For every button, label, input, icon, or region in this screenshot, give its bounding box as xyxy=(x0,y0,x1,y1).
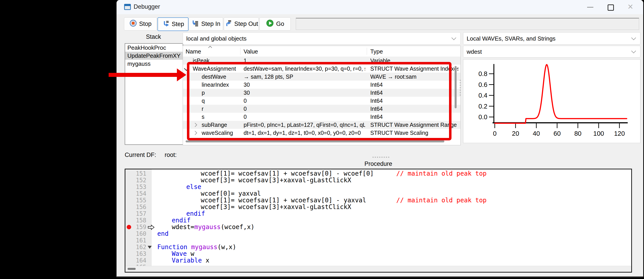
table-row-WaveAssignment[interactable]: WaveAssignmentdestWave=sam, linearIndex=… xyxy=(183,65,460,73)
code-plain: wcoef[3]= wcoefsav[3]+xaxval-gLastClickX xyxy=(201,177,351,184)
column-divider[interactable] xyxy=(367,48,367,55)
table-row-s[interactable]: s0Int64 xyxy=(183,113,460,121)
objects-table-header[interactable]: Name Value Type xyxy=(183,46,460,57)
cell-value: 1 xyxy=(244,57,365,64)
line-number[interactable]: 153 xyxy=(125,184,146,190)
table-horizontal-scrollbar[interactable] xyxy=(186,140,444,142)
line-number[interactable]: 161 xyxy=(125,237,146,244)
title-bar[interactable]: Debugger × xyxy=(117,0,643,14)
svg-text:0.0: 0.0 xyxy=(478,113,488,121)
minimize-button[interactable] xyxy=(580,0,600,14)
code-line-164[interactable]: 164Variable x xyxy=(125,257,631,264)
table-row-q[interactable]: q0Int64 xyxy=(183,97,460,105)
table-row-subRange[interactable]: subRangepFirst=0, pInc=1, pLast=127, qFi… xyxy=(183,121,460,129)
chevron-down-icon xyxy=(631,35,636,40)
step-button[interactable]: Step xyxy=(158,17,188,31)
maximize-button[interactable] xyxy=(600,0,620,14)
line-number[interactable]: 164 xyxy=(125,257,146,264)
cell-name: isPeak xyxy=(193,57,240,64)
step-in-label: Step In xyxy=(201,20,220,27)
wave-select-dropdown[interactable]: wdest xyxy=(463,46,640,57)
code-plain: wcoef[1]= wcoefsav[1] + wcoefsav[0] - ya… xyxy=(201,197,366,204)
line-number[interactable]: 160 xyxy=(125,231,146,237)
code-line-152[interactable]: 152wcoef[3]= wcoefsav[3]+xaxval-gLastCli… xyxy=(125,177,631,184)
line-number[interactable]: 151 xyxy=(125,170,146,177)
column-header-type[interactable]: Type xyxy=(370,48,383,55)
table-row-p[interactable]: p30Int64 xyxy=(183,89,460,97)
go-button[interactable]: Go xyxy=(260,17,291,30)
svg-text:60: 60 xyxy=(554,130,560,137)
waves-filter-dropdown[interactable]: Local WAVEs, SVARs, and Strings xyxy=(463,32,640,44)
expand-chevron-icon[interactable] xyxy=(193,131,197,135)
cell-name: q xyxy=(202,98,240,104)
code-scrollbar-thumb[interactable] xyxy=(128,268,136,270)
svg-text:0.2: 0.2 xyxy=(478,103,488,110)
column-divider[interactable] xyxy=(240,48,240,55)
expand-chevron-icon[interactable] xyxy=(193,123,197,127)
code-line-161[interactable]: 161 xyxy=(125,237,631,244)
stop-button[interactable]: Stop xyxy=(124,17,157,30)
table-row-isPeak[interactable]: isPeak1Variable xyxy=(183,57,460,65)
code-line-156[interactable]: 156wcoef[3]= wcoefsav[3]+xaxval-gLastCli… xyxy=(125,204,631,210)
code-keyword: else xyxy=(186,183,201,191)
table-vertical-scrollbar[interactable] xyxy=(454,66,456,108)
table-row-waveScaling[interactable]: waveScalingdt=1, dx=1, dy=1, dz=1, t0=0,… xyxy=(183,129,460,137)
close-button[interactable]: × xyxy=(620,0,640,14)
code-plain: (w,x) xyxy=(218,243,236,251)
line-number[interactable]: 155 xyxy=(125,197,146,204)
cell-type: Int64 xyxy=(370,98,458,104)
step-in-button[interactable]: Step In xyxy=(189,17,223,30)
cell-type: Int64 xyxy=(370,106,458,112)
code-line-157[interactable]: 157endif xyxy=(125,210,631,217)
stack-item-mygauss[interactable]: mygauss xyxy=(125,60,183,68)
step-out-button[interactable]: Step Out xyxy=(224,17,259,30)
code-line-151[interactable]: 151wcoef[1]= wcoefsav[1] + wcoefsav[0] -… xyxy=(125,170,631,177)
code-keyword: Wave xyxy=(172,250,187,257)
line-number[interactable]: 157 xyxy=(125,210,146,217)
stack-item-UpdatePeakFromXY[interactable]: UpdatePeakFromXY xyxy=(125,52,183,60)
table-row-destWave[interactable]: destWave→ sam, 128 pts, SPWAVE → root:sa… xyxy=(183,73,460,81)
line-number[interactable]: 158 xyxy=(125,217,146,224)
cell-type: STRUCT Wave Assignment Range xyxy=(370,122,458,128)
table-row-linearIndex[interactable]: linearIndex30Int64 xyxy=(183,81,460,89)
code-line-153[interactable]: 153else xyxy=(125,184,631,190)
stack-panel-title: Stack xyxy=(125,33,182,40)
code-plain: wdest= xyxy=(172,223,194,231)
collapse-chevron-icon[interactable] xyxy=(184,66,189,71)
line-number[interactable]: 162 xyxy=(125,244,146,251)
code-line-158[interactable]: 158endif xyxy=(125,217,631,224)
line-number[interactable]: 154 xyxy=(125,190,146,197)
code-line-154[interactable]: 154wcoef[0]= yaxval xyxy=(125,190,631,197)
code-lines[interactable]: 151wcoef[1]= wcoefsav[1] + wcoefsav[0] -… xyxy=(125,170,631,266)
code-text: else xyxy=(186,184,201,190)
sort-ascending-icon xyxy=(208,46,212,50)
line-number[interactable]: 163 xyxy=(125,251,146,257)
objects-filter-dropdown[interactable]: local and global objects xyxy=(183,32,461,44)
line-number[interactable]: 152 xyxy=(125,177,146,184)
window-icon xyxy=(124,3,131,11)
code-line-163[interactable]: 163Wave w xyxy=(125,251,631,257)
code-line-159[interactable]: 159wdest=mygauss(wcoef,x) xyxy=(125,224,631,231)
fold-triangle-icon[interactable] xyxy=(148,246,152,249)
table-row-r[interactable]: r0Int64 xyxy=(183,105,460,113)
status-field xyxy=(296,18,639,30)
code-line-155[interactable]: 155wcoef[1]= wcoefsav[1] + wcoefsav[0] -… xyxy=(125,197,631,204)
procedure-code-panel[interactable]: 151wcoef[1]= wcoefsav[1] + wcoefsav[0] -… xyxy=(125,169,632,273)
line-number[interactable]: 156 xyxy=(125,204,146,210)
column-header-value[interactable]: Value xyxy=(244,48,258,55)
minimize-icon xyxy=(587,7,593,7)
cell-type: WAVE → root:sam xyxy=(370,73,458,80)
horizontal-splitter-handle[interactable] xyxy=(372,157,389,158)
column-header-name[interactable]: Name xyxy=(186,48,201,55)
code-plain: wcoef[3]= wcoefsav[3]+xaxval-gLastClickX xyxy=(201,203,351,211)
cell-value: 30 xyxy=(244,90,365,96)
wave-preview-chart: 0.00.20.40.60.8020406080100120 xyxy=(463,59,640,143)
code-horizontal-scrollbar[interactable] xyxy=(125,266,631,272)
code-line-162[interactable]: 162Function mygauss(w,x) xyxy=(125,244,631,251)
line-number[interactable]: 159 xyxy=(125,224,146,231)
code-keyword: endif xyxy=(172,217,190,224)
stack-item-PeakHookProc[interactable]: PeakHookProc xyxy=(125,44,183,52)
vertical-splitter-handle[interactable] xyxy=(460,80,461,96)
code-line-160[interactable]: 160end xyxy=(125,231,631,237)
cell-value: → sam, 128 pts, SP xyxy=(244,73,365,80)
